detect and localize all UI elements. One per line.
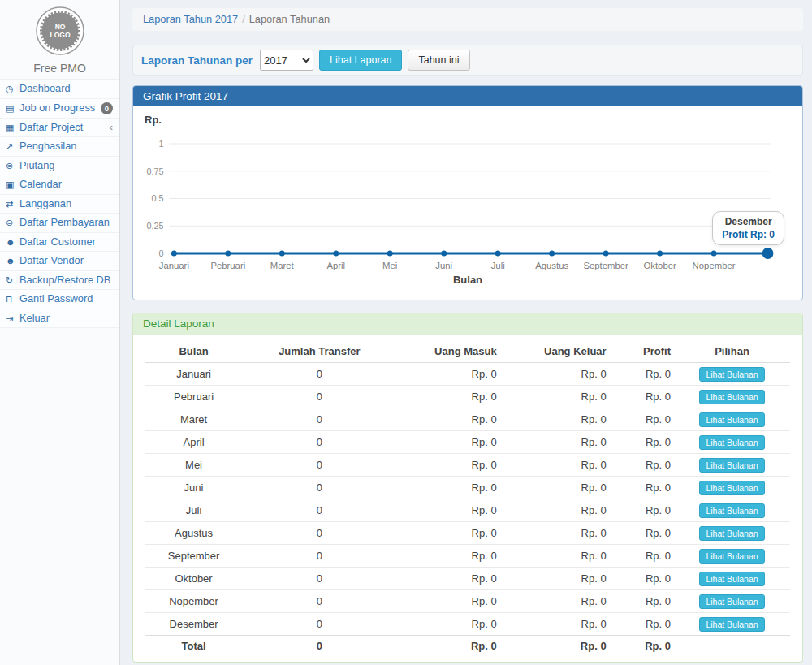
cell: 0 [242,431,397,454]
detail-table-body: Januari0Rp. 0Rp. 0Rp. 0Lihat BulananPebr… [145,363,790,656]
lihat-bulanan-button[interactable]: Lihat Bulanan [699,549,764,564]
sidebar-item-label: Backup/Restore DB [19,274,113,287]
cell: Pebruari [145,386,242,408]
users-icon: ☻ [6,236,19,248]
sidebar-item-job-on-progress[interactable]: ▤Job on Progress0 [0,99,119,119]
cell: Nopember [145,590,242,613]
cell: Rp. 0 [500,363,610,386]
sidebar-item-calendar[interactable]: ▣Calendar [0,175,119,195]
cell: Rp. 0 [610,408,674,431]
lihat-bulanan-button[interactable]: Lihat Bulanan [699,526,764,541]
lihat-bulanan-button[interactable]: Lihat Bulanan [699,367,764,382]
table-row: Pebruari0Rp. 0Rp. 0Rp. 0Lihat Bulanan [145,386,790,408]
table-row: Desember0Rp. 0Rp. 0Rp. 0Lihat Bulanan [145,613,790,636]
cell: 0 [242,499,397,522]
lihat-bulanan-button[interactable]: Lihat Bulanan [699,572,764,586]
cell-actions: Lihat Bulanan [674,477,790,499]
cell: Rp. 0 [500,590,610,613]
column-header-uang-keluar: Uang Keluar [500,340,610,363]
y-tick-label: 0.75 [146,166,163,176]
cell: Rp. 0 [500,545,610,568]
cell-actions: Lihat Bulanan [674,386,790,408]
sidebar-item-label: Calendar [19,179,113,191]
lihat-laporan-button[interactable]: Lihat Laporan [319,50,402,71]
x-tick-label: Juni [435,261,452,270]
cell: Juni [145,477,242,499]
cell: Rp. 0 [397,590,500,613]
sidebar-item-daftar-pembayaran[interactable]: ⊜Daftar Pembayaran [0,214,119,233]
table-row: September0Rp. 0Rp. 0Rp. 0Lihat Bulanan [145,545,790,568]
chevron-left-icon: ‹ [110,122,113,134]
cell: Rp. 0 [500,386,610,408]
table-row: Oktober0Rp. 0Rp. 0Rp. 0Lihat Bulanan [145,568,790,590]
sidebar-item-daftar-project[interactable]: ▦Daftar Project‹ [0,119,119,138]
column-header-pilihan: Pilihan [674,340,790,363]
lihat-bulanan-button[interactable]: Lihat Bulanan [699,435,764,450]
no-logo-badge: NO LOGO [35,6,85,56]
total-cell: 0 [242,636,397,656]
cell: 0 [242,590,397,613]
tooltip-value: Profit Rp: 0 [722,229,775,240]
lihat-bulanan-button[interactable]: Lihat Bulanan [699,412,764,427]
lihat-bulanan-button[interactable]: Lihat Bulanan [699,481,764,495]
cell: Rp. 0 [397,386,500,408]
cell: Rp. 0 [500,499,610,522]
cell: 0 [242,477,397,499]
cell: 0 [242,454,397,477]
sidebar-item-label: Daftar Project [19,122,110,134]
sidebar-item-label: Keluar [19,313,113,325]
cell: Rp. 0 [500,568,610,590]
cell-actions: Lihat Bulanan [674,431,790,454]
cell: 0 [242,568,397,590]
sidebar-item-piutang[interactable]: ⊜Piutang [0,157,119,176]
year-select[interactable]: 2017 [260,50,313,71]
breadcrumb-current: Laporan Tahunan [249,13,330,25]
sidebar-item-daftar-vendor[interactable]: ☻Daftar Vendor [0,252,119,271]
logo-text-line2: LOGO [50,31,70,39]
lihat-bulanan-button[interactable]: Lihat Bulanan [699,503,764,518]
table-row: Maret0Rp. 0Rp. 0Rp. 0Lihat Bulanan [145,408,790,431]
data-point [171,251,177,257]
cell: 0 [242,545,397,568]
detail-table: BulanJumlah TransferUang MasukUang Kelua… [145,340,790,655]
sidebar: NO LOGO Free PMO ◷Dashboard▤Job on Progr… [0,0,120,665]
sidebar-item-daftar-customer[interactable]: ☻Daftar Customer [0,233,119,253]
page: NO LOGO Free PMO ◷Dashboard▤Job on Progr… [0,0,812,665]
y-tick-label: 0 [158,248,163,258]
sidebar-item-ganti-password[interactable]: ⊓Ganti Password [0,290,119,309]
lihat-bulanan-button[interactable]: Lihat Bulanan [699,390,764,404]
sidebar-item-label: Dashboard [19,83,113,95]
lihat-bulanan-button[interactable]: Lihat Bulanan [699,617,764,632]
sidebar-item-backup-restore-db[interactable]: ↻Backup/Restore DB [0,271,119,291]
sidebar-item-langganan[interactable]: ⇄Langganan [0,195,119,214]
cell: Rp. 0 [397,522,500,545]
cell: Rp. 0 [397,363,500,386]
cell: Rp. 0 [610,431,674,454]
lihat-bulanan-button[interactable]: Lihat Bulanan [699,458,764,473]
table-row: Juni0Rp. 0Rp. 0Rp. 0Lihat Bulanan [145,477,790,499]
cell: Rp. 0 [397,454,500,477]
table-row: Juli0Rp. 0Rp. 0Rp. 0Lihat Bulanan [145,499,790,522]
lihat-bulanan-button[interactable]: Lihat Bulanan [699,594,764,609]
cell: 0 [242,363,397,386]
sidebar-item-penghasilan[interactable]: ↗Penghasilan [0,137,119,157]
cell: Juli [145,499,242,522]
cell: Oktober [145,568,242,590]
filter-label: Laporan Tahunan per [141,54,253,67]
cell: Rp. 0 [610,568,674,590]
sidebar-item-dashboard[interactable]: ◷Dashboard [0,80,119,99]
cell-actions: Lihat Bulanan [674,499,790,522]
sidebar-item-keluar[interactable]: ⇥Keluar [0,309,119,329]
total-cell: Total [145,636,242,656]
x-tick-label: Agustus [535,261,568,270]
cell-actions: Lihat Bulanan [674,522,790,545]
cell: Rp. 0 [397,477,500,499]
tahun-ini-button[interactable]: Tahun ini [408,50,469,71]
data-point [549,251,555,257]
breadcrumb-link[interactable]: Laporan Tahun 2017 [143,13,238,25]
cell: 0 [242,408,397,431]
x-axis-title: Bulan [133,274,802,286]
refresh-icon: ↻ [6,274,19,287]
money-icon: ⊜ [6,160,19,172]
detail-panel-title: Detail Laporan [133,313,802,335]
